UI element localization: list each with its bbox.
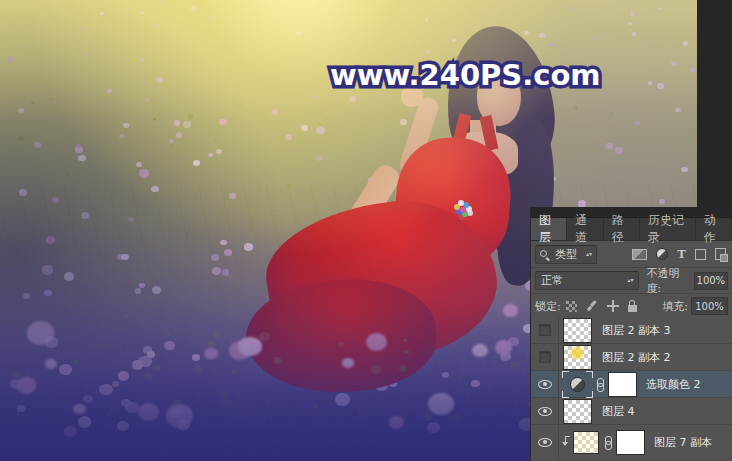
tab-label: 图层 <box>539 212 558 246</box>
tab-paths[interactable]: 路径 <box>604 218 640 240</box>
eye-icon <box>538 380 552 389</box>
lock-all-icon[interactable] <box>628 305 637 312</box>
visibility-toggle[interactable] <box>531 398 559 424</box>
chain-link-icon[interactable] <box>604 436 612 449</box>
layer-thumbnail[interactable] <box>563 399 592 424</box>
watermark-text: www.240PS.com <box>330 58 601 92</box>
lock-transparency-icon[interactable] <box>566 301 577 312</box>
search-icon <box>540 249 551 260</box>
adjustment-layer-thumbnail[interactable] <box>562 371 593 398</box>
lock-label: 锁定: <box>535 299 561 314</box>
blend-mode-value: 正常 <box>541 273 563 288</box>
layer-name: 图层 2 副本 2 <box>602 350 671 365</box>
tab-label: 通道 <box>575 212 594 246</box>
tab-history[interactable]: 历史记录 <box>640 218 696 240</box>
layer-list: 图层 2 副本 3 图层 2 副本 2 选取颜色 2 图层 4 <box>531 317 732 461</box>
filter-kind-select[interactable]: 类型 ▴▾ <box>535 245 597 264</box>
lock-row: 锁定: 填充: 100% <box>531 294 732 319</box>
pixel-filter-icon[interactable] <box>632 246 647 262</box>
layer-name: 图层 4 <box>602 404 635 419</box>
layer-mask-thumbnail[interactable] <box>608 372 637 397</box>
layer-row-layer4[interactable]: 图层 4 <box>531 398 732 425</box>
tab-actions[interactable]: 动作 <box>696 218 732 240</box>
filter-kind-label: 类型 <box>555 247 577 262</box>
layer-row-selective-color2[interactable]: 选取颜色 2 <box>531 371 732 398</box>
fill-label: 填充: <box>662 299 688 314</box>
visibility-toggle[interactable] <box>531 344 559 370</box>
eye-icon <box>538 438 552 447</box>
lock-buttons <box>566 300 637 312</box>
tab-label: 历史记录 <box>648 212 687 246</box>
filter-type-icons: T <box>632 246 728 262</box>
layer-name: 图层 7 副本 <box>654 435 712 450</box>
layer-filter-row: 类型 ▴▾ T <box>531 241 732 268</box>
layer-name: 选取颜色 2 <box>646 377 701 392</box>
smart-object-icon <box>715 248 726 260</box>
opacity-label: 不透明度: <box>646 266 690 296</box>
panel-tabbar: 图层 通道 路径 历史记录 动作 <box>531 218 732 241</box>
lock-move-icon[interactable] <box>607 300 619 312</box>
adjustment-filter-icon[interactable] <box>656 246 668 262</box>
tab-label: 路径 <box>612 212 631 246</box>
photoshop-workspace: www.240PS.com www.240PS.com 图层 通道 路径 历史记… <box>0 0 732 461</box>
chain-link-icon[interactable] <box>596 378 604 391</box>
visibility-off-box <box>539 351 551 363</box>
clipping-arrow-icon <box>562 436 572 448</box>
tab-channels[interactable]: 通道 <box>567 218 603 240</box>
adjustment-icon <box>656 248 668 260</box>
eye-icon <box>538 407 552 416</box>
tab-layers[interactable]: 图层 <box>531 218 567 240</box>
visibility-off-box <box>539 324 551 336</box>
blend-mode-select[interactable]: 正常 ▴▾ <box>535 271 639 290</box>
image-icon <box>632 249 647 260</box>
panel-drag-bar[interactable] <box>531 207 732 218</box>
opacity-value[interactable]: 100% <box>694 272 728 290</box>
layers-panel: 图层 通道 路径 历史记录 动作 类型 ▴▾ T 正常 ▴▾ <box>530 207 732 461</box>
layer-row-layer2-copy2[interactable]: 图层 2 副本 2 <box>531 344 732 371</box>
type-filter-icon[interactable]: T <box>677 246 686 262</box>
selective-color-icon <box>570 377 585 392</box>
fill-value[interactable]: 100% <box>691 297 728 315</box>
smart-object-filter-icon[interactable] <box>715 246 726 262</box>
chevron-updown-icon: ▴▾ <box>627 278 633 283</box>
layer-thumbnail[interactable] <box>563 345 592 370</box>
visibility-toggle[interactable] <box>531 425 559 459</box>
layer-mask-thumbnail[interactable] <box>616 430 645 455</box>
shape-filter-icon[interactable] <box>695 246 706 262</box>
layer-name: 图层 2 副本 3 <box>602 323 671 338</box>
visibility-toggle[interactable] <box>531 317 559 343</box>
lock-paint-icon[interactable] <box>586 300 598 312</box>
blend-mode-row: 正常 ▴▾ 不透明度: 100% <box>531 268 732 294</box>
layer-thumbnail[interactable] <box>563 318 592 343</box>
layer-row-layer7-copy[interactable]: 图层 7 副本 <box>531 425 732 459</box>
visibility-toggle[interactable] <box>531 371 559 397</box>
shape-icon <box>695 249 706 260</box>
chevron-updown-icon: ▴▾ <box>586 252 592 257</box>
layer-row-layer2-copy3[interactable]: 图层 2 副本 3 <box>531 317 732 344</box>
tab-label: 动作 <box>704 212 723 246</box>
layer-thumbnail[interactable] <box>573 431 599 454</box>
